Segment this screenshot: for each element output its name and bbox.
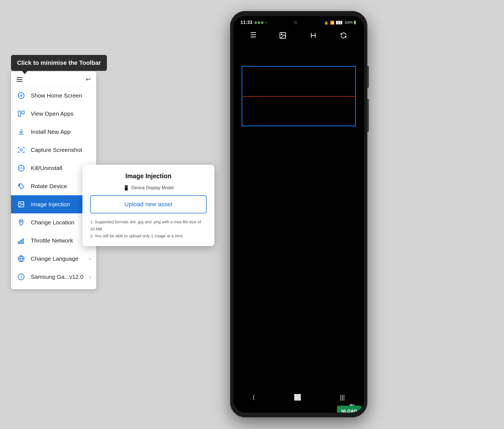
svg-point-4 [20,149,23,151]
toolbar-item-label: Change Language [31,255,78,262]
block-icon [16,163,26,173]
battery-icon: 100%🔋 [344,21,357,24]
toolbar-item-show-home-screen[interactable]: Show Home Screen [11,87,96,105]
toolbar-item-install-new-app[interactable]: Install New App [11,123,96,141]
hamburger-icon[interactable] [16,77,23,82]
vpn-icon: 🔒 [324,21,328,25]
navigation-bar: ⟨ ⬜ ||| [233,391,364,404]
toolbar-item-capture-screenshot[interactable]: Capture Screenshot [11,141,96,159]
info-icon [16,272,26,282]
toolbar-item-label: Kill/Uninstall [31,165,62,171]
svg-point-19 [281,34,282,35]
svg-rect-13 [22,239,23,244]
toolbar-item-change-language[interactable]: Change Language › [11,250,96,268]
download-icon [16,127,26,136]
toolbar-item-label: View Open Apps [31,110,73,117]
screenshot-icon [16,145,26,155]
status-time: 11:33 • [240,20,267,25]
popup-note-2: 2. You will be able to upload only 1 ima… [90,232,207,239]
toolbar-item-label: Throttle Network [31,237,73,244]
toolbar-item-label: Capture Screenshot [31,147,82,153]
home-icon [16,91,26,100]
svg-rect-3 [22,111,24,114]
toolbar-item-label: Change Location [31,219,74,226]
toolbar-item-label: Samsung Ga...v12.0 [31,274,83,280]
nav-recents-icon[interactable]: ||| [340,394,345,401]
wifi-icon: 📶 [330,21,334,25]
image-injection-popup: Image Injection 📱 Device Display Model U… [82,165,214,246]
upload-new-asset-button[interactable]: Upload new asset [90,195,207,213]
toolbar-minimize-tooltip[interactable]: Click to minimise the Toolbar [11,55,107,71]
status-bar: 11:33 • 🔒 📶 ▊▊▊ 100%🔋 [233,16,364,27]
image-tool-icon[interactable] [279,31,287,39]
nav-home-icon[interactable]: ⬜ [294,394,301,401]
apps-icon [16,109,26,118]
popup-device-label: Device Display Model [131,185,174,190]
volume-button [367,99,369,132]
chevron-right-icon: › [89,256,91,262]
popup-notes: 1. Supported formats are .jpg and .png w… [90,218,207,239]
nav-back-icon[interactable]: ⟨ [253,394,255,401]
toolbar-item-label: Install New App [31,129,71,135]
popup-device-model: 📱 Device Display Model [90,185,207,191]
toolbar-item-label: Show Home Screen [31,92,82,99]
back-icon[interactable]: ↩ [86,76,91,83]
network-icon [16,236,26,245]
chevron-right-icon: › [89,274,91,280]
toolbar-item-label: Image Injection [31,201,70,208]
svg-rect-2 [18,111,21,116]
power-button [367,66,369,88]
svg-rect-11 [18,242,19,244]
popup-note-1: 1. Supported formats are .jpg and .png w… [90,218,207,232]
popup-title: Image Injection [90,172,207,180]
time-display: 11:33 [240,20,252,25]
phone-body: 11:33 • 🔒 📶 ▊▊▊ 100%🔋 [230,11,367,417]
toolbar-item-view-open-apps[interactable]: View Open Apps [11,105,96,123]
language-icon [16,254,26,263]
cursor-tool-icon[interactable] [309,31,317,39]
image-icon [16,200,26,209]
signal-icon: ▊▊▊ [336,21,343,24]
selection-rectangle [242,66,356,126]
sync-tool-icon[interactable] [340,31,347,39]
svg-point-9 [20,203,21,204]
camera-notch [293,21,297,24]
svg-point-10 [20,221,22,222]
location-icon [16,218,26,227]
tooltip-text: Click to minimise the Toolbar [17,59,101,66]
svg-point-0 [18,93,24,99]
toolbar-item-samsung-info[interactable]: Samsung Ga...v12.0 › [11,268,96,286]
hamburger-menu-icon[interactable]: ☰ [250,31,256,39]
app-toolbar: ☰ [233,27,364,43]
status-icons: 🔒 📶 ▊▊▊ 100%🔋 [324,21,357,25]
android-icons [254,21,264,24]
svg-point-1 [20,95,22,97]
rotate-icon [16,182,26,191]
download-button[interactable]: NLOAD [337,406,361,413]
toolbar-item-label: Rotate Device [31,183,67,190]
svg-rect-12 [20,240,21,244]
device-display-icon: 📱 [123,185,129,191]
phone-screen: 11:33 • 🔒 📶 ▊▊▊ 100%🔋 [233,16,364,413]
screen-content: 🔍 NLOAD [233,43,364,413]
